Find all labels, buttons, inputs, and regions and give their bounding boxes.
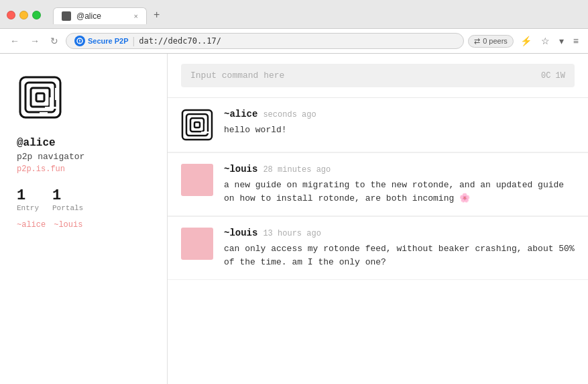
url-separator: | — [133, 36, 135, 46]
svg-rect-9 — [40, 112, 48, 114]
post-1: ~alice seconds ago hello world! — [168, 98, 588, 152]
svg-point-2 — [79, 42, 80, 43]
louis-avatar-1 — [181, 164, 213, 196]
post-2-time: 28 minutes ago — [263, 165, 331, 175]
svg-rect-8 — [50, 97, 52, 109]
post-3-time: 13 hours ago — [263, 229, 320, 238]
tab-title: @alice — [76, 11, 101, 21]
post-2: ~louis 28 minutes ago a new guide on mig… — [168, 153, 588, 216]
post-1-header: ~alice seconds ago — [224, 109, 575, 119]
minimize-button[interactable] — [19, 11, 28, 19]
post-1-author: ~alice — [224, 109, 257, 119]
command-placeholder: Input command here — [190, 70, 284, 81]
browser-chrome: @alice × + ← → ↻ Secure P2P | dat://de — [0, 0, 588, 54]
username: @alice — [17, 137, 150, 149]
site-link[interactable]: p2p.is.fun — [17, 164, 150, 174]
dropdown-button[interactable]: ▾ — [556, 34, 567, 48]
bolt-button[interactable]: ⚡ — [518, 34, 534, 48]
svg-rect-10 — [55, 88, 57, 100]
post-1-body: ~alice seconds ago hello world! — [224, 109, 575, 141]
tab-bar: @alice × + — [53, 5, 581, 24]
post-3-body: ~louis 13 hours ago can only access my r… — [224, 228, 575, 269]
post-3-header: ~louis 13 hours ago — [224, 228, 575, 238]
traffic-lights — [7, 11, 41, 19]
address-bar[interactable]: Secure P2P | dat://dedc70..17/ — [66, 33, 464, 49]
post-2-author: ~louis — [224, 164, 257, 175]
alice-avatar — [181, 109, 213, 141]
post-1-time: seconds ago — [263, 110, 316, 119]
secure-label: Secure P2P — [88, 37, 129, 45]
secure-icon — [74, 36, 85, 46]
follow-alice[interactable]: ~alice — [17, 220, 46, 230]
command-bar: Input command here 0C 1W — [168, 54, 588, 98]
post-1-text: hello world! — [224, 124, 575, 137]
tagline: p2p navigator — [17, 152, 150, 162]
stat-entry: 1 Entry — [17, 187, 39, 212]
post-2-body: ~louis 28 minutes ago a new guide on mig… — [224, 164, 575, 205]
svg-rect-16 — [204, 124, 207, 133]
nav-bar: ← → ↻ Secure P2P | dat://dedc70..17/ ⇄ 0 — [0, 28, 588, 53]
menu-button[interactable]: ≡ — [571, 34, 581, 48]
tab-close-button[interactable]: × — [134, 12, 138, 20]
maximize-button[interactable] — [32, 11, 41, 19]
secure-badge: Secure P2P — [74, 36, 129, 46]
tab-favicon — [62, 11, 71, 21]
portals-count: 1 — [52, 187, 61, 204]
peers-icon: ⇄ — [474, 37, 480, 46]
close-button[interactable] — [7, 11, 15, 19]
nav-right: ⇄ 0 peers ⚡ ☆ ▾ ≡ — [468, 34, 581, 48]
sidebar: @alice p2p navigator p2p.is.fun 1 Entry … — [0, 54, 168, 384]
site-logo — [17, 74, 64, 121]
svg-rect-14 — [194, 122, 200, 128]
entry-count: 1 — [17, 187, 25, 204]
back-button[interactable]: ← — [7, 34, 23, 48]
post-3: ~louis 13 hours ago can only access my r… — [168, 217, 588, 280]
follow-louis[interactable]: ~louis — [54, 220, 82, 230]
feed: Input command here 0C 1W ~alice — [168, 54, 588, 384]
follow-list: ~alice ~louis — [17, 220, 150, 230]
louis-avatar-2 — [181, 228, 213, 260]
post-2-text: a new guide on migrating to the new roto… — [224, 179, 575, 205]
active-tab[interactable]: @alice × — [53, 7, 147, 24]
post-2-header: ~louis 28 minutes ago — [224, 164, 575, 175]
command-input-wrapper[interactable]: Input command here 0C 1W — [181, 64, 575, 87]
main-content: @alice p2p navigator p2p.is.fun 1 Entry … — [0, 54, 588, 384]
stat-portals: 1 Portals — [52, 187, 83, 212]
post-3-text: can only access my rotonde feed, without… — [224, 242, 575, 269]
url-display: dat://dedc70..17/ — [139, 36, 221, 46]
peers-count: 0 peers — [483, 37, 508, 45]
svg-rect-6 — [36, 93, 44, 101]
forward-button[interactable]: → — [27, 34, 43, 48]
portals-label: Portals — [52, 204, 83, 212]
peers-badge: ⇄ 0 peers — [468, 35, 514, 48]
title-bar: @alice × + — [0, 0, 588, 28]
stats-row: 1 Entry 1 Portals — [17, 187, 150, 212]
post-3-author: ~louis — [224, 228, 257, 238]
star-button[interactable]: ☆ — [538, 34, 552, 48]
logo-container — [17, 74, 150, 124]
reload-button[interactable]: ↻ — [47, 34, 62, 48]
entry-label: Entry — [17, 204, 39, 212]
new-tab-button[interactable]: + — [147, 5, 166, 24]
command-hints: 0C 1W — [541, 71, 565, 81]
